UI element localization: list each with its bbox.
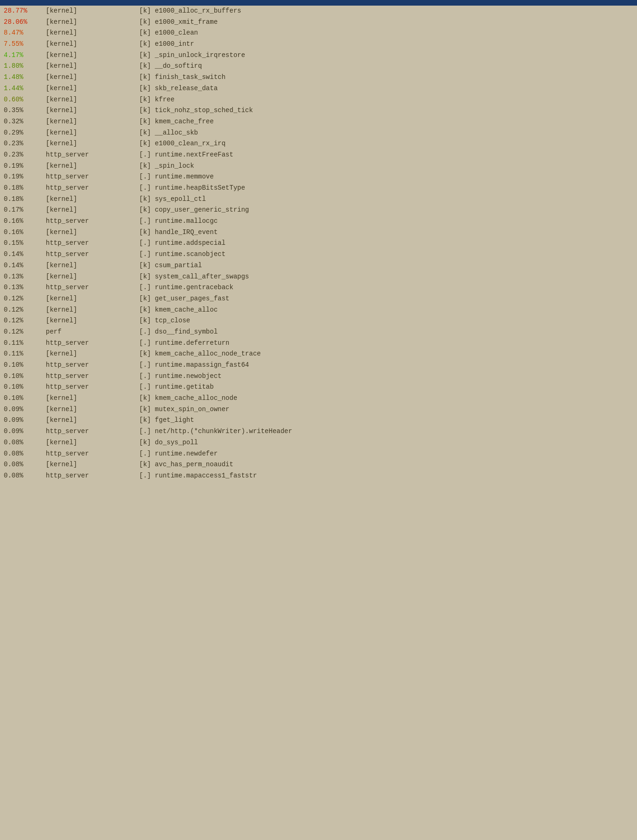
table-row: 1.80%[kernel][k] __do_softirq xyxy=(0,61,637,72)
symbol-value: [k] copy_user_generic_string xyxy=(139,205,633,215)
symbol-value: [k] skb_release_data xyxy=(139,84,633,94)
shared-object-value: [kernel] xyxy=(46,39,139,50)
shared-object-value: perf xyxy=(46,327,139,337)
symbol-value: [k] _spin_unlock_irqrestore xyxy=(139,50,633,61)
table-row: 1.44%[kernel][k] skb_release_data xyxy=(0,83,637,94)
table-row: 0.10%http_server[.] runtime.getitab xyxy=(0,382,637,393)
shared-object-value: http_server xyxy=(46,238,139,249)
shared-object-value: http_server xyxy=(46,449,139,459)
overhead-value: 0.19% xyxy=(4,172,46,182)
table-row: 0.09%[kernel][k] fget_light xyxy=(0,415,637,426)
overhead-value: 0.18% xyxy=(4,183,46,193)
shared-object-value: [kernel] xyxy=(46,316,139,326)
samples-header xyxy=(0,0,637,4)
overhead-value: 0.23% xyxy=(4,150,46,160)
table-row: 0.13%http_server[.] runtime.gentraceback xyxy=(0,282,637,293)
shared-object-value: [kernel] xyxy=(46,161,139,171)
overhead-value: 0.18% xyxy=(4,194,46,205)
table-row: 0.23%[kernel][k] e1000_clean_rx_irq xyxy=(0,138,637,149)
table-row: 0.18%http_server[.] runtime.heapBitsSetT… xyxy=(0,183,637,194)
table-row: 0.17%[kernel][k] copy_user_generic_strin… xyxy=(0,205,637,216)
shared-object-value: http_server xyxy=(46,382,139,392)
table-row: 0.23%http_server[.] runtime.nextFreeFast xyxy=(0,149,637,161)
shared-object-value: http_server xyxy=(46,283,139,293)
overhead-value: 1.80% xyxy=(4,61,46,71)
symbol-value: [.] runtime.heapBitsSetType xyxy=(139,183,633,193)
symbol-value: [k] e1000_clean xyxy=(139,28,633,38)
table-row: 0.08%http_server[.] runtime.mapaccess1_f… xyxy=(0,470,637,482)
shared-object-value: http_server xyxy=(46,338,139,349)
symbol-value: [.] runtime.scanobject xyxy=(139,249,633,260)
symbol-value: [k] _spin_lock xyxy=(139,161,633,171)
overhead-value: 0.12% xyxy=(4,294,46,304)
table-row: 28.06%[kernel][k] e1000_xmit_frame xyxy=(0,17,637,28)
table-row: 28.77%[kernel][k] e1000_alloc_rx_buffers xyxy=(0,6,637,17)
shared-object-value: http_server xyxy=(46,150,139,160)
table-row: 0.19%[kernel][k] _spin_lock xyxy=(0,161,637,172)
shared-object-value: [kernel] xyxy=(46,438,139,448)
table-row: 0.15%http_server[.] runtime.addspecial xyxy=(0,238,637,249)
overhead-value: 0.08% xyxy=(4,460,46,470)
table-row: 0.14%[kernel][k] csum_partial xyxy=(0,260,637,271)
symbol-value: [k] kmem_cache_free xyxy=(139,117,633,127)
symbol-value: [k] avc_has_perm_noaudit xyxy=(139,460,633,470)
shared-object-value: [kernel] xyxy=(46,117,139,127)
overhead-value: 0.15% xyxy=(4,238,46,249)
symbol-value: [k] fget_light xyxy=(139,415,633,426)
symbol-value: [k] finish_task_switch xyxy=(139,72,633,83)
shared-object-value: [kernel] xyxy=(46,194,139,205)
shared-object-value: [kernel] xyxy=(46,6,139,16)
overhead-value: 4.17% xyxy=(4,50,46,61)
overhead-value: 0.11% xyxy=(4,349,46,359)
table-row: 0.10%http_server[.] runtime.newobject xyxy=(0,371,637,382)
table-row: 0.14%http_server[.] runtime.scanobject xyxy=(0,249,637,260)
table-row: 0.18%[kernel][k] sys_epoll_ctl xyxy=(0,194,637,205)
shared-object-value: http_server xyxy=(46,216,139,227)
overhead-value: 0.12% xyxy=(4,327,46,337)
shared-object-value: [kernel] xyxy=(46,305,139,315)
table-row: 0.60%[kernel][k] kfree xyxy=(0,94,637,106)
shared-object-value: [kernel] xyxy=(46,28,139,38)
symbol-value: [.] runtime.mapaccess1_faststr xyxy=(139,471,633,481)
shared-object-value: http_server xyxy=(46,471,139,481)
overhead-value: 0.10% xyxy=(4,371,46,382)
symbol-value: [k] tcp_close xyxy=(139,316,633,326)
shared-object-value: http_server xyxy=(46,249,139,260)
symbol-value: [k] __alloc_skb xyxy=(139,128,633,138)
overhead-value: 0.12% xyxy=(4,305,46,315)
symbol-value: [.] runtime.mallocgc xyxy=(139,216,633,227)
symbol-value: [k] sys_epoll_ctl xyxy=(139,194,633,205)
shared-object-value: [kernel] xyxy=(46,405,139,415)
overhead-value: 1.44% xyxy=(4,84,46,94)
shared-object-value: http_server xyxy=(46,427,139,437)
overhead-value: 0.10% xyxy=(4,360,46,370)
symbol-value: [k] csum_partial xyxy=(139,261,633,271)
shared-object-value: http_server xyxy=(46,371,139,382)
symbol-value: [k] e1000_intr xyxy=(139,39,633,50)
overhead-value: 0.14% xyxy=(4,261,46,271)
symbol-value: [k] e1000_clean_rx_irq xyxy=(139,139,633,149)
shared-object-value: [kernel] xyxy=(46,460,139,470)
overhead-value: 28.77% xyxy=(4,6,46,16)
table-row: 0.12%[kernel][k] kmem_cache_alloc xyxy=(0,305,637,316)
overhead-value: 0.10% xyxy=(4,382,46,392)
symbol-value: [k] e1000_alloc_rx_buffers xyxy=(139,6,633,16)
shared-object-value: [kernel] xyxy=(46,50,139,61)
table-row: 0.32%[kernel][k] kmem_cache_free xyxy=(0,116,637,128)
symbol-value: [k] kmem_cache_alloc_node_trace xyxy=(139,349,633,359)
symbol-value: [.] runtime.nextFreeFast xyxy=(139,150,633,160)
symbol-value: [.] runtime.gentraceback xyxy=(139,283,633,293)
symbol-value: [.] runtime.deferreturn xyxy=(139,338,633,349)
table-row: 0.19%http_server[.] runtime.memmove xyxy=(0,171,637,183)
symbol-value: [k] do_sys_poll xyxy=(139,438,633,448)
overhead-value: 0.13% xyxy=(4,272,46,282)
table-row: 0.11%[kernel][k] kmem_cache_alloc_node_t… xyxy=(0,349,637,360)
table-row: 7.55%[kernel][k] e1000_intr xyxy=(0,39,637,50)
table-row: 0.09%http_server[.] net/http.(*chunkWrit… xyxy=(0,426,637,437)
symbol-value: [.] runtime.addspecial xyxy=(139,238,633,249)
table-row: 0.13%[kernel][k] system_call_after_swapg… xyxy=(0,271,637,283)
table-row: 0.08%http_server[.] runtime.newdefer xyxy=(0,448,637,460)
overhead-value: 0.32% xyxy=(4,117,46,127)
shared-object-value: [kernel] xyxy=(46,61,139,71)
shared-object-value: [kernel] xyxy=(46,106,139,116)
